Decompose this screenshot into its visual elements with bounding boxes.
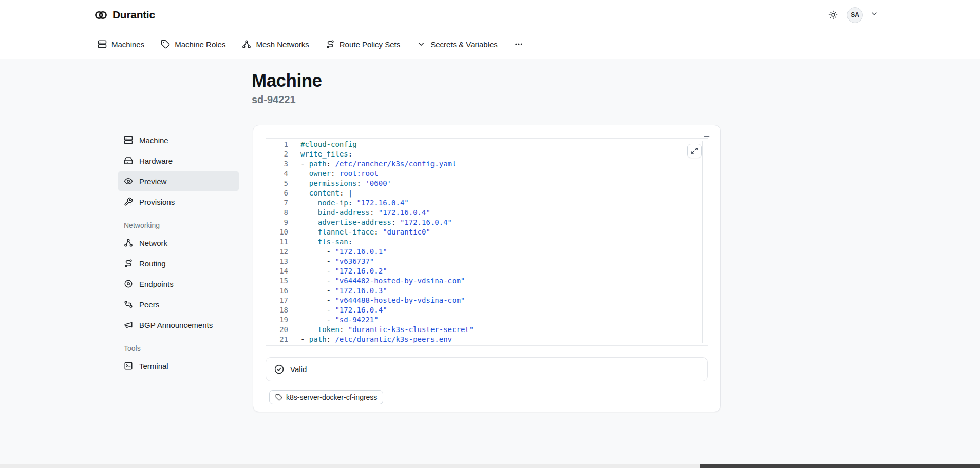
line-number: 8 — [266, 208, 288, 218]
check-circle-icon — [274, 364, 284, 374]
sidebar-item-machine[interactable]: Machine — [118, 130, 239, 150]
code-line: - "172.16.0.4" — [300, 305, 708, 315]
nav-item-label: Secrets & Variables — [430, 40, 498, 49]
target-icon — [124, 279, 133, 288]
code-line: - path: /etc/durantic/k3s-peers.env — [300, 335, 708, 344]
nav-item-mesh-networks[interactable]: Mesh Networks — [236, 34, 315, 54]
code-editor[interactable]: 123456789101112131415161718192021 #cloud… — [266, 138, 708, 346]
route-icon — [124, 259, 133, 268]
network-icon — [124, 238, 133, 247]
line-number: 6 — [266, 188, 288, 198]
network-icon — [242, 40, 251, 49]
code-line: advertise-address: "172.16.0.4" — [300, 218, 708, 227]
code-line: - "172.16.0.3" — [300, 286, 708, 296]
server-icon — [124, 135, 133, 145]
megaphone-icon — [124, 320, 133, 329]
sidebar-item-network[interactable]: Network — [118, 232, 239, 253]
sun-icon — [828, 10, 838, 20]
validation-status: Valid — [266, 357, 708, 381]
sidebar-item-label: Machine — [139, 136, 168, 145]
sidebar-item-label: Hardware — [139, 157, 173, 165]
code-line: token: "durantic-k3s-cluster-secret" — [300, 325, 708, 335]
sidebar-item-label: Terminal — [139, 362, 168, 371]
sidebar-item-label: Routing — [139, 259, 166, 268]
sidebar-item-label: Endpoints — [139, 280, 174, 288]
chevron-down-icon — [870, 10, 878, 18]
code-line: permissions: '0600' — [300, 179, 708, 188]
sidebar-item-terminal[interactable]: Terminal — [118, 356, 239, 376]
code-line: - "172.16.0.2" — [300, 266, 708, 276]
line-number: 20 — [266, 325, 288, 335]
page-head: Machine sd-94221 — [252, 70, 322, 106]
nav-item-label: Route Policy Sets — [340, 40, 400, 49]
line-number: 17 — [266, 296, 288, 305]
line-number: 9 — [266, 218, 288, 227]
nav-item-label: Mesh Networks — [256, 40, 309, 49]
sidebar-item-peers[interactable]: Peers — [118, 294, 239, 315]
code-line: - "172.16.0.1" — [300, 247, 708, 257]
nav-item-machine-roles[interactable]: Machine Roles — [155, 34, 232, 54]
line-number: 16 — [266, 286, 288, 296]
status-badge: Valid — [290, 365, 307, 374]
editor-code: #cloud-configwrite_files:- path: /etc/ra… — [300, 140, 708, 344]
code-line: - "v644488-hosted-by-vdsina-com" — [300, 296, 708, 305]
line-number: 1 — [266, 140, 288, 149]
top-bar: Durantic SA — [0, 0, 980, 30]
code-line: - "v644482-hosted-by-vdsina-com" — [300, 276, 708, 286]
sidebar-item-bgp-announcements[interactable]: BGP Announcements — [118, 315, 239, 335]
sidebar-item-endpoints[interactable]: Endpoints — [118, 274, 239, 294]
editor-gutter: 123456789101112131415161718192021 — [266, 140, 288, 344]
scrollbar-thumb[interactable] — [700, 464, 980, 468]
tag-icon — [161, 40, 170, 49]
sidebar-item-label: Network — [139, 239, 167, 247]
preview-card: 123456789101112131415161718192021 #cloud… — [253, 125, 721, 412]
server-icon — [98, 40, 107, 49]
sidebar-item-routing[interactable]: Routing — [118, 253, 239, 274]
nav-item-secrets-variables[interactable]: Secrets & Variables — [410, 34, 504, 54]
user-avatar[interactable]: SA — [847, 7, 863, 23]
sidebar-item-provisions[interactable]: Provisions — [118, 191, 239, 212]
code-line: - "v636737" — [300, 257, 708, 266]
user-menu-button[interactable] — [870, 10, 878, 20]
page-title: Machine — [252, 70, 322, 91]
code-line: tls-san: — [300, 237, 708, 247]
line-number: 12 — [266, 247, 288, 257]
sidebar-item-hardware[interactable]: Hardware — [118, 150, 239, 171]
theme-toggle-button[interactable] — [826, 8, 840, 22]
line-number: 4 — [266, 169, 288, 179]
top-right-controls: SA — [826, 7, 878, 23]
line-number: 15 — [266, 276, 288, 286]
horizontal-scrollbar[interactable] — [0, 464, 980, 468]
line-number: 7 — [266, 198, 288, 208]
route-icon — [326, 40, 335, 49]
code-line: content: | — [300, 188, 708, 198]
nav-item-more[interactable] — [508, 34, 530, 54]
editor-scrollbar[interactable] — [702, 141, 703, 343]
brand[interactable]: Durantic — [94, 8, 155, 22]
line-number: 5 — [266, 179, 288, 188]
expand-icon — [691, 147, 698, 154]
terminal-icon — [124, 361, 133, 371]
nav-item-route-policy-sets[interactable]: Route Policy Sets — [319, 34, 406, 54]
expand-editor-button[interactable] — [687, 144, 702, 158]
code-line: flannel-iface: "durantic0" — [300, 227, 708, 237]
peers-icon — [124, 300, 133, 309]
main-content: Machine sd-94221 MachineHardwarePreviewP… — [0, 59, 980, 468]
chevron-down-icon — [417, 40, 426, 49]
nav-item-label: Machine Roles — [175, 40, 225, 49]
sidebar-section-tools: Tools — [118, 344, 239, 353]
line-number: 14 — [266, 266, 288, 276]
nav-item-machines[interactable]: Machines — [91, 34, 150, 54]
sidebar-item-label: Preview — [139, 177, 166, 186]
sidebar-item-preview[interactable]: Preview — [118, 171, 239, 191]
tag-chip[interactable]: k8s-server-docker-cf-ingress — [269, 390, 383, 404]
line-number: 18 — [266, 305, 288, 315]
line-number: 3 — [266, 159, 288, 169]
eye-icon — [124, 177, 133, 186]
line-number: 10 — [266, 227, 288, 237]
line-number: 13 — [266, 257, 288, 266]
tag-icon — [275, 394, 282, 401]
primary-nav: MachinesMachine RolesMesh NetworksRoute … — [0, 30, 980, 59]
code-line: write_files: — [300, 149, 708, 159]
hard-drive-icon — [124, 156, 133, 165]
